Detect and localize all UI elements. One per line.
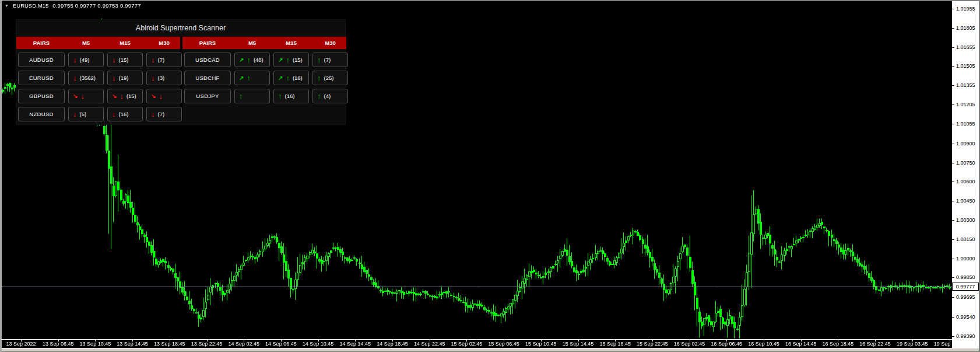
time-axis-label: 13 Sep 06:45 [43, 340, 74, 347]
price-axis-tick [952, 47, 954, 48]
price-axis-tick [952, 182, 954, 182]
price-axis-label: 1.01805 [956, 26, 975, 31]
arrow-diag-up-icon: ↗ [278, 75, 283, 81]
signal-cell-usdchf-m5[interactable]: ↗↑ [234, 71, 270, 85]
price-axis-tick [952, 277, 954, 278]
price-axis-label: 1.00150 [956, 237, 975, 242]
signal-count: (5) [80, 111, 87, 117]
symbol-dropdown-icon[interactable]: ▼ [5, 3, 9, 8]
arrow-down-icon: ↓ [120, 92, 124, 100]
time-axis-label: 16 Sep 06:45 [711, 340, 743, 347]
price-axis-label: 1.00750 [956, 161, 975, 166]
time-axis-label: 16 Sep 22:45 [859, 340, 891, 347]
signal-cell-usdjpy-m30[interactable]: ↑(4) [312, 89, 348, 103]
chart-title-bar: ▼ EURUSD,M15 0.99755 0.99777 0.99753 0.9… [5, 2, 141, 9]
time-axis-label: 15 Sep 14:45 [563, 340, 594, 347]
pair-cell-usdjpy[interactable]: USDJPY [184, 89, 231, 103]
signal-count: (7) [158, 111, 165, 117]
scanner-pair-table: PAIRSM5M15M30AUDUSD↓(49)↓(15)↓(7)EURUSD↓… [16, 37, 180, 121]
pair-cell-usdcad[interactable]: USDCAD [184, 53, 231, 67]
signal-cell-usdcad-m30[interactable]: ↑(7) [312, 53, 348, 67]
time-axis-label: 15 Sep 22:45 [637, 340, 668, 347]
window-border-top [0, 0, 980, 1]
arrow-down-icon: ↓ [151, 56, 155, 64]
price-axis-label: 1.00450 [956, 198, 975, 204]
signal-cell-eurusd-m30[interactable]: ↓(3) [146, 71, 182, 85]
arrow-diag-down-icon: ↘ [112, 93, 117, 99]
signal-cell-audusd-m30[interactable]: ↓(7) [146, 53, 182, 67]
signal-cell-gbpusd-m5[interactable]: ↘↓ [68, 89, 104, 103]
signal-cell-audusd-m15[interactable]: ↓(15) [107, 53, 143, 67]
price-axis-label: 1.00900 [956, 141, 975, 147]
price-axis-tick [952, 66, 954, 67]
price-axis-tick [952, 124, 954, 124]
pair-cell-audusd[interactable]: AUDUSD [18, 53, 65, 67]
signal-count: (15) [293, 57, 303, 63]
price-axis-label: 1.01505 [956, 64, 975, 69]
price-axis-label: 1.01955 [956, 6, 975, 12]
signal-count: (48) [254, 57, 264, 63]
signal-cell-eurusd-m15[interactable]: ↓(19) [107, 71, 143, 85]
signal-cell-usdcad-m15[interactable]: ↗↑(15) [273, 53, 309, 67]
column-header-m5: M5 [68, 40, 104, 46]
signal-cell-usdchf-m15[interactable]: ↗↑(16) [273, 71, 309, 85]
arrow-diag-down-icon: ↘ [73, 93, 78, 99]
price-axis-tick [952, 259, 954, 259]
price-axis-tick [952, 104, 954, 105]
price-axis-tick [952, 144, 954, 144]
price-axis-label: 1.00300 [956, 218, 975, 223]
column-header-m5: M5 [234, 40, 270, 46]
signal-cell-usdchf-m30[interactable]: ↑(25) [312, 71, 348, 85]
signal-cell-audusd-m5[interactable]: ↓(49) [68, 53, 104, 67]
scanner-pair-table: PAIRSM5M15M30USDCAD↗↑(48)↗↑(15)↑(7)USDCH… [182, 37, 346, 121]
signal-count: (7) [158, 57, 165, 63]
arrow-down-icon: ↓ [159, 92, 163, 100]
signal-cell-gbpusd-m15[interactable]: ↘↓(15) [107, 89, 143, 103]
time-axis-label: 16 Sep 18:45 [823, 340, 854, 347]
arrow-diag-down-icon: ↘ [151, 93, 156, 99]
signal-cell-gbpusd-m30[interactable]: ↘↓ [146, 89, 182, 103]
signal-count: (19) [119, 75, 129, 81]
time-axis-label: 13 Sep 10:45 [80, 340, 111, 347]
price-axis-tick [952, 336, 954, 337]
arrow-down-icon: ↓ [112, 74, 116, 82]
price-axis-label: 1.00000 [956, 256, 975, 262]
signal-cell-eurusd-m5[interactable]: ↓(3562) [68, 71, 104, 85]
time-axis-label: 15 Sep 10:45 [525, 340, 557, 347]
signal-cell-nzdusd-m30[interactable]: ↓(7) [146, 107, 182, 121]
table-row: GBPUSD↘↓↘↓(15)↘↓ [16, 89, 180, 103]
table-row: EURUSD↓(3562)↓(19)↓(3) [16, 71, 180, 85]
signal-cell-nzdusd-m15[interactable]: ↓(16) [107, 107, 143, 121]
signal-cell-usdjpy-m15[interactable]: ↑(16) [273, 89, 309, 103]
pair-cell-usdchf[interactable]: USDCHF [184, 71, 231, 85]
time-axis-label: 13 Sep 22:45 [191, 340, 223, 347]
signal-count: (3562) [80, 75, 96, 81]
price-axis-tick [952, 9, 954, 9]
pair-cell-eurusd[interactable]: EURUSD [18, 71, 65, 85]
signal-cell-usdjpy-m5[interactable]: ↑ [234, 89, 270, 103]
column-header-m15: M15 [273, 40, 309, 46]
arrow-diag-up-icon: ↗ [239, 57, 244, 63]
arrow-up-icon: ↑ [317, 74, 321, 82]
current-price-tag: 0.99777 [952, 283, 979, 291]
arrow-down-icon: ↓ [151, 74, 155, 82]
price-axis-label: 1.01205 [956, 102, 975, 107]
pair-cell-nzdusd[interactable]: NZDUSD [18, 107, 65, 121]
price-axis-label: 0.99695 [956, 295, 975, 300]
signal-cell-usdcad-m5[interactable]: ↗↑(48) [234, 53, 270, 67]
scanner-title: Abiroid Supertrend Scanner [16, 20, 345, 37]
pair-cell-gbpusd[interactable]: GBPUSD [18, 89, 65, 103]
time-axis[interactable]: 13 Sep 202213 Sep 06:4513 Sep 10:4513 Se… [0, 340, 952, 348]
arrow-up-icon: ↑ [317, 56, 321, 64]
signal-count: (16) [285, 93, 295, 99]
scanner-header-row: PAIRSM5M15M30 [16, 37, 180, 49]
price-axis-tick [952, 239, 954, 240]
price-axis[interactable]: 1.019551.018051.016551.015051.013551.012… [952, 1, 979, 348]
price-axis-tick [952, 85, 954, 86]
arrow-up-icon: ↑ [278, 92, 282, 100]
signal-cell-nzdusd-m5[interactable]: ↓(5) [68, 107, 104, 121]
column-header-m30: M30 [146, 40, 182, 46]
column-header-m30: M30 [312, 40, 348, 46]
time-axis-label: 16 Sep 02:45 [674, 340, 705, 347]
time-axis-label: 15 Sep 02:45 [451, 340, 483, 347]
